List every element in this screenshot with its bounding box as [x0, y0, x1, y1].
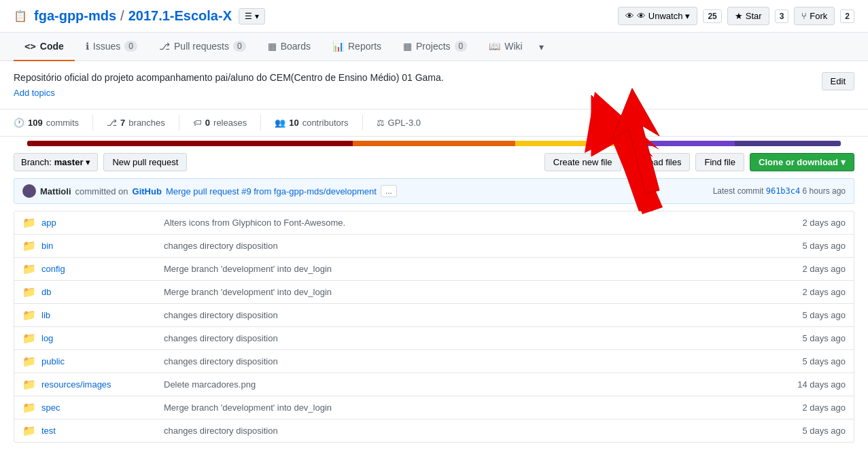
- file-time: 5 days ago: [778, 310, 846, 320]
- table-row: 📁 public changes directory disposition 5…: [14, 350, 854, 373]
- tab-wiki[interactable]: 📖 Wiki: [478, 33, 533, 61]
- eye-icon: 👁: [625, 11, 634, 21]
- file-name[interactable]: config: [41, 264, 150, 274]
- commit-more-button[interactable]: ...: [381, 185, 397, 197]
- file-commit-msg: Merge branch 'development' into dev_logi…: [150, 287, 778, 297]
- file-name[interactable]: public: [41, 356, 150, 366]
- file-time: 5 days ago: [778, 241, 846, 251]
- table-row: 📁 config Merge branch 'development' into…: [14, 258, 854, 281]
- folder-icon: 📁: [22, 216, 36, 229]
- file-commit-msg: Alters icons from Glyphicon to Font-Awes…: [150, 218, 778, 228]
- folder-icon: 📁: [22, 309, 36, 322]
- license-label: GPL-3.0: [388, 118, 421, 128]
- star-label: Star: [746, 11, 762, 21]
- branch-label: Branch:: [21, 157, 52, 167]
- add-topics-link[interactable]: Add topics: [14, 88, 55, 98]
- boards-icon: ▦: [268, 41, 277, 52]
- new-pull-request-button[interactable]: New pull request: [103, 153, 187, 171]
- branches-count: 7: [120, 118, 125, 128]
- file-name[interactable]: bin: [41, 241, 150, 251]
- file-commit-msg: Delete marcadores.png: [150, 379, 778, 390]
- branch-section: Branch: master ▾ New pull request: [14, 153, 187, 171]
- fork-icon: ⑂: [801, 11, 807, 21]
- tab-boards[interactable]: ▦ Boards: [257, 33, 322, 61]
- file-time: 2 days ago: [778, 402, 846, 413]
- file-commit-msg: Merge branch 'development' into dev_logi…: [150, 402, 778, 413]
- license-icon: ⚖: [377, 118, 385, 128]
- file-name[interactable]: resources/images: [41, 379, 150, 390]
- reports-icon: 📊: [332, 41, 344, 52]
- github-link[interactable]: GitHub: [133, 186, 162, 196]
- folder-icon: 📁: [22, 378, 36, 391]
- fork-label: Fork: [810, 11, 827, 21]
- star-button[interactable]: ★ Star: [727, 7, 769, 25]
- repo-owner[interactable]: fga-gpp-mds: [34, 8, 116, 24]
- fork-count: 2: [840, 10, 854, 23]
- watch-count: 25: [703, 10, 721, 23]
- find-file-button[interactable]: Find file: [695, 153, 744, 171]
- wiki-icon: 📖: [489, 41, 500, 52]
- file-name[interactable]: test: [41, 426, 150, 436]
- lang-css: [353, 141, 515, 146]
- file-name[interactable]: db: [41, 287, 150, 297]
- table-row: 📁 db Merge branch 'development' into dev…: [14, 281, 854, 304]
- branch-selector[interactable]: Branch: master ▾: [14, 153, 98, 171]
- watch-button[interactable]: 👁 👁 Unwatch ▾: [618, 7, 697, 25]
- contributors-label: contributors: [302, 118, 349, 128]
- table-row: 📁 app Alters icons from Glyphicon to Fon…: [14, 211, 854, 235]
- tab-pr-label: Pull requests: [174, 41, 229, 52]
- tab-pull-requests[interactable]: ⎇ Pull requests 0: [148, 33, 257, 61]
- people-icon: 👥: [275, 118, 285, 128]
- commit-verb: committed on: [75, 186, 128, 196]
- dropdown-icon: ▾: [255, 12, 259, 21]
- file-name[interactable]: lib: [41, 310, 150, 320]
- file-commit-msg: changes directory disposition: [150, 333, 778, 343]
- edit-button[interactable]: Edit: [822, 72, 854, 90]
- table-row: 📁 bin changes directory disposition 5 da…: [14, 235, 854, 258]
- tab-reports-label: Reports: [348, 41, 381, 52]
- commits-icon: 🕐: [14, 118, 24, 128]
- commit-hash[interactable]: 961b3c4: [766, 186, 801, 196]
- file-name[interactable]: app: [41, 218, 150, 228]
- releases-stat[interactable]: 🏷 0 releases: [179, 115, 261, 131]
- lang-html: [515, 141, 638, 146]
- tab-projects[interactable]: ▦ Projects 0: [392, 33, 478, 61]
- license-stat[interactable]: ⚖ GPL-3.0: [363, 115, 434, 131]
- more-tabs-button[interactable]: ▾: [534, 33, 549, 61]
- commits-stat[interactable]: 🕐 109 commits: [14, 115, 93, 131]
- list-view-button[interactable]: ☰ ▾: [239, 8, 265, 24]
- watch-dropdown: ▾: [685, 11, 690, 21]
- clone-or-download-button[interactable]: Clone or download ▾: [750, 153, 854, 171]
- commit-hash-info: Latest commit 961b3c4 6 hours ago: [713, 186, 846, 196]
- file-commit-msg: changes directory disposition: [150, 426, 778, 436]
- commit-details: Mattioli committed on GitHub Merge pull …: [22, 184, 397, 198]
- releases-count: 0: [205, 118, 210, 128]
- branches-stat[interactable]: ⎇ 7 branches: [93, 115, 179, 131]
- tab-code[interactable]: <> Code: [14, 33, 75, 61]
- fork-button[interactable]: ⑂ Fork: [794, 7, 835, 25]
- tab-issues[interactable]: ℹ Issues 0: [75, 33, 148, 61]
- pr-badge: 0: [233, 41, 246, 52]
- folder-icon: 📁: [22, 332, 36, 345]
- file-name[interactable]: spec: [41, 402, 150, 413]
- star-icon: ★: [735, 11, 743, 21]
- table-row: 📁 spec Merge branch 'development' into d…: [14, 396, 854, 419]
- table-row: 📁 log changes directory disposition 5 da…: [14, 327, 854, 350]
- commit-author[interactable]: Mattioli: [40, 186, 71, 196]
- committer-avatar: [22, 184, 36, 198]
- list-icon: ☰: [245, 12, 252, 21]
- tab-reports[interactable]: 📊 Reports: [322, 33, 392, 61]
- repo-name[interactable]: 2017.1-Escola-X: [128, 8, 232, 24]
- file-toolbar: Branch: master ▾ New pull request Create…: [0, 146, 868, 178]
- file-time: 5 days ago: [778, 333, 846, 343]
- upload-files-button[interactable]: Upload files: [627, 153, 691, 171]
- file-name[interactable]: log: [41, 333, 150, 343]
- file-actions: Create new file Upload files Find file C…: [544, 153, 854, 171]
- contributors-stat[interactable]: 👥 10 contributors: [261, 115, 362, 131]
- tab-wiki-label: Wiki: [504, 41, 522, 52]
- repo-description: Repositório oficial do projeto acompanha…: [14, 72, 854, 83]
- pr-icon: ⎇: [159, 41, 170, 52]
- create-file-button[interactable]: Create new file: [544, 153, 621, 171]
- commit-message[interactable]: Merge pull request #9 from fga-gpp-mds/d…: [166, 186, 377, 196]
- tab-boards-label: Boards: [281, 41, 311, 52]
